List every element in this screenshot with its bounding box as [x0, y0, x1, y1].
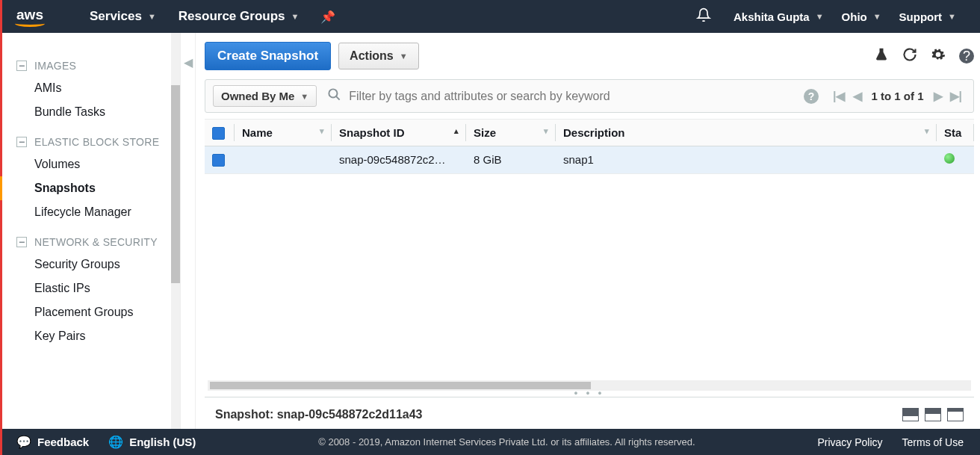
horizontal-scrollbar-thumb[interactable] — [210, 382, 591, 389]
privacy-policy-link[interactable]: Privacy Policy — [817, 436, 882, 448]
settings-gear-icon[interactable] — [931, 47, 946, 66]
sort-icon: ▾ — [320, 126, 324, 136]
services-label: Services — [90, 9, 142, 24]
region-label: Ohio — [842, 10, 867, 23]
notifications-icon[interactable] — [683, 7, 725, 26]
chevron-down-icon: ▼ — [948, 12, 956, 21]
sidebar-item-lifecycle-manager[interactable]: Lifecycle Manager — [16, 200, 173, 224]
detail-title: Snapshot: snap-09c548872c2d11a43 — [215, 408, 896, 421]
experiment-icon[interactable] — [874, 47, 889, 66]
filter-help-icon[interactable]: ? — [804, 89, 819, 104]
sort-asc-icon: ▴ — [454, 126, 459, 136]
pager-status: 1 to 1 of 1 — [872, 90, 924, 102]
svg-point-0 — [329, 89, 338, 97]
section-title-images: IMAGES — [34, 60, 76, 72]
section-title-network-security: NETWORK & SECURITY — [34, 236, 158, 248]
column-description[interactable]: Description▾ — [556, 120, 937, 146]
sidebar-collapse-handle[interactable]: ◀ — [181, 33, 196, 429]
status-indicator-icon — [944, 153, 955, 164]
actions-button[interactable]: Actions ▼ — [338, 43, 419, 69]
cell-name — [235, 146, 332, 174]
ownership-filter-label: Owned By Me — [221, 90, 294, 102]
ownership-filter-dropdown[interactable]: Owned By Me ▼ — [213, 85, 317, 107]
layout-split-button[interactable] — [925, 408, 941, 421]
horizontal-scrollbar[interactable] — [208, 380, 971, 391]
select-all-checkbox[interactable] — [212, 127, 225, 140]
support-label: Support — [899, 10, 943, 23]
pager-first-icon[interactable]: |◀ — [829, 89, 849, 103]
copyright-text: © 2008 - 2019, Amazon Internet Services … — [196, 436, 817, 448]
actions-label: Actions — [350, 49, 394, 63]
region-menu[interactable]: Ohio ▼ — [833, 0, 890, 33]
pin-icon[interactable]: 📌 — [310, 10, 346, 24]
sidebar-item-security-groups[interactable]: Security Groups — [16, 253, 173, 276]
language-label: English (US) — [129, 436, 196, 448]
cell-description: snap1 — [556, 146, 937, 174]
account-label: Akshita Gupta — [734, 10, 810, 23]
table-row[interactable]: snap-09c548872c2… 8 GiB snap1 — [205, 146, 974, 174]
section-title-ebs: ELASTIC BLOCK STORE — [34, 136, 159, 148]
cell-snapshot-id: snap-09c548872c2… — [332, 146, 466, 174]
layout-minimal-button[interactable] — [947, 408, 964, 421]
resource-groups-menu[interactable]: Resource Groups ▼ — [167, 0, 311, 33]
sidebar-item-snapshots[interactable]: Snapshots — [0, 176, 173, 200]
column-size[interactable]: Size▾ — [466, 120, 556, 146]
pager-last-icon[interactable]: ▶| — [946, 89, 966, 103]
column-status[interactable]: Sta — [937, 120, 974, 146]
chevron-down-icon: ▼ — [400, 52, 408, 61]
account-menu[interactable]: Akshita Gupta ▼ — [725, 0, 833, 33]
search-input[interactable] — [349, 90, 804, 103]
speech-bubble-icon: 💬 — [16, 435, 31, 449]
snapshots-table: Name▾ Snapshot ID▴ Size▾ Description▾ St… — [205, 119, 974, 174]
footer: 💬 Feedback 🌐 English (US) © 2008 - 2019,… — [0, 429, 980, 455]
create-snapshot-button[interactable]: Create Snapshot — [205, 42, 331, 70]
sidebar: − IMAGES AMIs Bundle Tasks − ELASTIC BLO… — [0, 33, 181, 429]
sidebar-item-bundle-tasks[interactable]: Bundle Tasks — [16, 100, 173, 124]
feedback-label: Feedback — [37, 436, 89, 448]
content-area: Create Snapshot Actions ▼ ? Owned By Me … — [196, 33, 980, 429]
support-menu[interactable]: Support ▼ — [890, 0, 965, 33]
section-toggle-images[interactable]: − — [16, 61, 27, 71]
sidebar-item-amis[interactable]: AMIs — [16, 76, 173, 100]
pager-next-icon[interactable]: ▶ — [930, 89, 946, 103]
sort-icon: ▾ — [925, 126, 929, 136]
row-checkbox[interactable] — [212, 154, 225, 167]
feedback-link[interactable]: 💬 Feedback — [16, 435, 89, 449]
sidebar-item-placement-groups[interactable]: Placement Groups — [16, 300, 173, 324]
sort-icon: ▾ — [544, 126, 548, 136]
search-icon — [327, 87, 341, 105]
scrollbar-thumb[interactable] — [171, 85, 180, 283]
help-icon[interactable]: ? — [959, 49, 974, 64]
section-toggle-ebs[interactable]: − — [16, 137, 27, 147]
column-select-all[interactable] — [205, 120, 235, 146]
terms-of-use-link[interactable]: Terms of Use — [902, 436, 964, 448]
sidebar-item-key-pairs[interactable]: Key Pairs — [16, 324, 173, 348]
svg-line-1 — [336, 96, 340, 99]
chevron-down-icon: ▼ — [148, 12, 156, 21]
aws-swoosh-icon — [15, 20, 45, 27]
chevron-down-icon: ▼ — [873, 12, 881, 21]
layout-full-button[interactable] — [902, 408, 919, 421]
chevron-left-icon: ◀ — [184, 55, 193, 69]
chevron-down-icon: ▼ — [300, 92, 308, 101]
column-name[interactable]: Name▾ — [235, 120, 332, 146]
aws-logo[interactable]: aws — [15, 7, 45, 27]
cell-size: 8 GiB — [466, 146, 556, 174]
section-toggle-network-security[interactable]: − — [16, 237, 27, 247]
resource-groups-label: Resource Groups — [179, 9, 285, 24]
chevron-down-icon: ▼ — [291, 12, 300, 21]
sidebar-item-elastic-ips[interactable]: Elastic IPs — [16, 276, 173, 300]
top-navigation: aws Services ▼ Resource Groups ▼ 📌 Akshi… — [0, 0, 980, 33]
globe-icon: 🌐 — [108, 435, 123, 449]
language-selector[interactable]: 🌐 English (US) — [108, 435, 196, 449]
pager-prev-icon[interactable]: ◀ — [849, 89, 866, 103]
sidebar-item-volumes[interactable]: Volumes — [16, 152, 173, 176]
chevron-down-icon: ▼ — [816, 12, 824, 21]
refresh-icon[interactable] — [902, 47, 917, 66]
column-snapshot-id[interactable]: Snapshot ID▴ — [332, 120, 466, 146]
services-menu[interactable]: Services ▼ — [78, 0, 167, 33]
